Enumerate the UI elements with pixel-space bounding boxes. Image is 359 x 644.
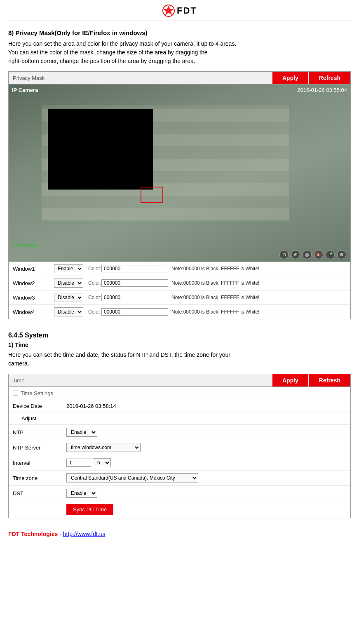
footer: FDT Technologies - http://www.fdt.us	[8, 531, 351, 537]
camera-feed: IP Camera 2016-01-26 03:55:04 connected …	[9, 84, 350, 262]
window3-color-note: Note:000000 is Black, FFFFFF is White!	[171, 295, 259, 300]
time-refresh-button[interactable]: Refresh	[309, 374, 350, 386]
timezone-select[interactable]: Central Standard(US and Canada), Mexico …	[66, 473, 198, 482]
time-apply-button[interactable]: Apply	[272, 374, 308, 386]
time-settings-section: Time Settings	[9, 387, 350, 400]
camera-timestamp: 2016-01-26 03:55:04	[297, 87, 347, 93]
interval-unit-select[interactable]: h m	[93, 458, 111, 467]
camera-controls: ⊖ ⊕ ◎ 🔇 🎤 ⚙	[279, 250, 346, 259]
timezone-label: Time zone	[13, 475, 66, 481]
svg-marker-1	[164, 6, 174, 15]
window-row-1: Window1 Enable Disable Color: Note:00000…	[9, 262, 350, 276]
privacy-mask-area-1	[48, 109, 153, 190]
privacy-mask-desc1: Here you can set the area and color for …	[8, 40, 351, 66]
window3-status-select[interactable]: Disable Enable	[54, 293, 83, 302]
interval-input[interactable]	[66, 459, 91, 467]
window4-status-select[interactable]: Disable Enable	[54, 307, 83, 316]
camera-label: IP Camera	[12, 87, 38, 93]
device-date-value: 2016-01-26 03:58:14	[66, 403, 116, 409]
interval-label: Interval	[13, 460, 66, 466]
dst-select[interactable]: Enable Disable	[66, 489, 97, 498]
window4-color-note: Note:000000 is Black, FFFFFF is White!	[171, 309, 259, 315]
page-header: FDT	[8, 4, 351, 21]
window3-color-input[interactable]	[101, 294, 168, 301]
adjust-checkbox[interactable]	[13, 416, 18, 421]
interval-row: Interval h m	[9, 455, 350, 471]
window1-color-input[interactable]	[101, 265, 168, 272]
ctrl-circle[interactable]: ⊕	[291, 250, 300, 259]
privacy-apply-button[interactable]: Apply	[272, 72, 308, 84]
time-desc: Here you can set the time and date, the …	[8, 351, 351, 368]
ntp-server-select[interactable]: time.windows.com time.nist.gov	[66, 443, 141, 452]
time-panel-title: Time	[9, 375, 272, 386]
privacy-mask-panel-header: Privacy Mask Apply Refresh	[9, 72, 350, 84]
window-rows: Window1 Enable Disable Color: Note:00000…	[9, 262, 350, 319]
window1-status-select[interactable]: Enable Disable	[54, 264, 83, 273]
window2-color-note: Note:000000 is Black, FFFFFF is White!	[171, 280, 259, 286]
time-panel-body: Time Settings Device Date 2016-01-26 03:…	[9, 387, 350, 518]
window3-color-label: Color:	[88, 295, 101, 300]
window4-label: Window4	[13, 309, 54, 315]
logo-text: FDT	[177, 5, 197, 16]
sync-row: Sync PC Time	[9, 501, 350, 518]
time-settings-checkbox[interactable]	[13, 391, 18, 396]
connected-status: connected	[13, 243, 38, 248]
window3-label: Window3	[13, 295, 54, 301]
ctrl-target[interactable]: ◎	[303, 250, 312, 259]
time-panel-header: Time Apply Refresh	[9, 374, 350, 387]
ntp-row: NTP Enable Disable	[9, 425, 350, 440]
privacy-refresh-button[interactable]: Refresh	[309, 72, 350, 84]
ctrl-minus[interactable]: ⊖	[279, 250, 289, 259]
window2-color-input[interactable]	[101, 279, 168, 287]
adjust-label: Adjust	[21, 415, 36, 422]
window-row-4: Window4 Disable Enable Color: Note:00000…	[9, 305, 350, 319]
timezone-row: Time zone Central Standard(US and Canada…	[9, 471, 350, 486]
fdt-logo-icon	[162, 4, 175, 17]
privacy-mask-panel-title: Privacy Mask	[9, 73, 272, 84]
time-panel: Time Apply Refresh Time Settings Device …	[8, 374, 351, 518]
privacy-mask-section: 8) Privacy Mask(Only for IE/Firefox in w…	[8, 29, 351, 319]
footer-link[interactable]: http://www.fdt.us	[63, 531, 106, 537]
window-row-2: Window2 Disable Enable Color: Note:00000…	[9, 276, 350, 290]
device-date-label: Device Date	[13, 403, 66, 409]
ctrl-mic[interactable]: 🎤	[326, 250, 335, 259]
window2-status-select[interactable]: Disable Enable	[54, 279, 83, 288]
sync-pc-time-button[interactable]: Sync PC Time	[66, 504, 113, 515]
logo: FDT	[162, 4, 197, 17]
ntp-select[interactable]: Enable Disable	[66, 428, 97, 437]
device-date-row: Device Date 2016-01-26 03:58:14	[9, 400, 350, 412]
time-subtitle: 1) Time	[8, 342, 351, 348]
ntp-server-row: NTP Server time.windows.com time.nist.go…	[9, 440, 350, 455]
system-title: 6.4.5 System	[8, 332, 351, 339]
adjust-row: Adjust	[9, 412, 350, 425]
window-row-3: Window3 Disable Enable Color: Note:00000…	[9, 290, 350, 305]
window1-label: Window1	[13, 266, 54, 272]
system-section: 6.4.5 System 1) Time Here you can set th…	[8, 332, 351, 518]
window2-color-label: Color:	[88, 280, 101, 286]
privacy-mask-panel: Privacy Mask Apply Refresh IP Camera 201…	[8, 71, 351, 319]
dst-row: DST Enable Disable	[9, 486, 350, 501]
window1-color-label: Color:	[88, 266, 101, 272]
privacy-mask-title: 8) Privacy Mask(Only for IE/Firefox in w…	[8, 29, 351, 36]
window4-color-input[interactable]	[101, 308, 168, 316]
footer-separator: -	[59, 531, 61, 537]
window1-color-note: Note:000000 is Black, FFFFFF is White!	[171, 266, 259, 272]
window4-color-label: Color:	[88, 309, 101, 315]
footer-brand: FDT Technologies	[8, 531, 58, 537]
ntp-label: NTP	[13, 429, 66, 436]
ntp-server-label: NTP Server	[13, 445, 66, 451]
ctrl-mute[interactable]: 🔇	[314, 250, 323, 259]
privacy-mask-area-2	[141, 187, 163, 203]
dst-label: DST	[13, 490, 66, 496]
window2-label: Window2	[13, 280, 54, 286]
time-settings-label: Time Settings	[21, 390, 53, 396]
ctrl-settings[interactable]: ⚙	[337, 250, 346, 259]
